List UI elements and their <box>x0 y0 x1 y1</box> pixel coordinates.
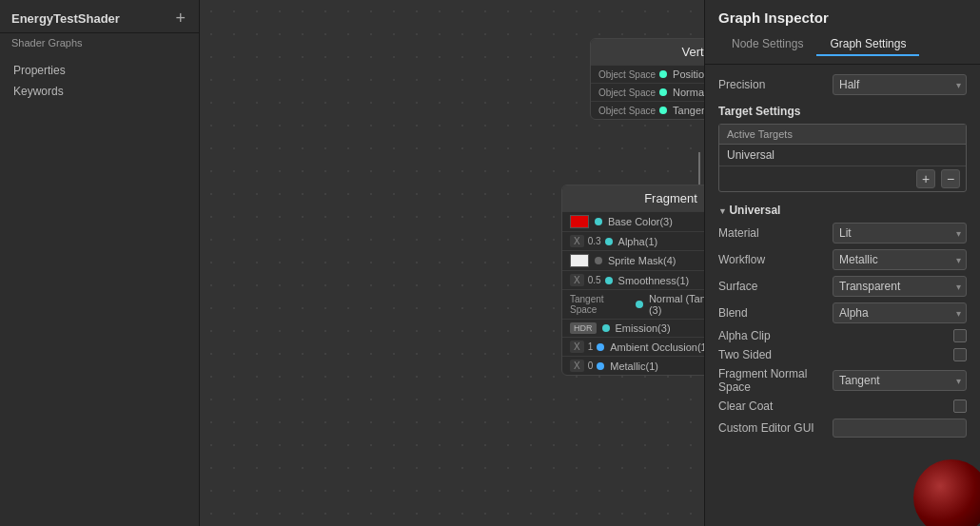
material-field: Material Lit Unlit SpriteLit SpriteUnlit <box>718 223 967 244</box>
precision-field: Precision Half Single Double <box>718 74 967 95</box>
workflow-select[interactable]: Metallic Specular <box>833 249 967 270</box>
sidebar-nav-keywords[interactable]: Keywords <box>0 81 199 102</box>
blend-select[interactable]: Alpha Additive Multiply Premultiply <box>833 302 967 323</box>
inspector-body: Precision Half Single Double Target Sett… <box>705 65 980 453</box>
fragment-row-0: Base Color(3) <box>562 211 704 231</box>
fragment-port-6 <box>597 343 604 351</box>
inspector-title: Graph Inspector <box>718 10 967 26</box>
surface-field: Surface Opaque Transparent <box>718 276 967 297</box>
tab-node-settings[interactable]: Node Settings <box>718 33 816 56</box>
workflow-label: Workflow <box>718 253 833 266</box>
fragment-row-1: X 0.3 Alpha(1) <box>562 231 704 250</box>
preview-sphere <box>913 459 980 526</box>
fragment-normal-field: Fragment Normal Space Tangent World <box>718 367 967 394</box>
fragment-port-7 <box>597 362 604 370</box>
fragment-x-2: X <box>570 341 584 353</box>
clear-coat-label: Clear Coat <box>718 399 953 413</box>
fragment-normal-label: Fragment Normal Space <box>718 367 833 394</box>
surface-select[interactable]: Opaque Transparent <box>833 276 967 297</box>
blend-label: Blend <box>718 306 833 320</box>
fragment-normal-select[interactable]: Tangent World <box>833 370 967 391</box>
vertex-row-label-1: Normal(3) <box>673 87 704 98</box>
two-sided-checkbox[interactable] <box>953 348 967 361</box>
fragment-row-label-1: Alpha(1) <box>618 236 658 247</box>
target-box-actions: + − <box>719 166 966 191</box>
two-sided-field: Two Sided <box>718 348 967 361</box>
active-targets-item[interactable]: Universal <box>719 145 966 166</box>
workflow-dropdown[interactable]: Metallic Specular <box>833 249 967 270</box>
fragment-row-4: Tangent Space Normal (Tangent Space)(3) <box>562 289 704 319</box>
vertex-port-dot-0 <box>659 70 667 78</box>
target-box: Active Targets Universal + − <box>718 124 967 192</box>
alpha-clip-checkbox[interactable] <box>953 329 967 342</box>
custom-editor-input[interactable] <box>833 419 967 438</box>
fragment-row-label-2: Sprite Mask(4) <box>608 255 676 266</box>
fragment-port-1 <box>605 238 613 245</box>
blend-dropdown[interactable]: Alpha Additive Multiply Premultiply <box>833 302 967 323</box>
fragment-node: Fragment Base Color(3) X 0.3 Alpha(1) Sp… <box>561 185 704 376</box>
inspector-header: Graph Inspector Node Settings Graph Sett… <box>705 0 980 65</box>
inspector-panel: Graph Inspector Node Settings Graph Sett… <box>704 0 980 526</box>
target-settings-label: Target Settings <box>718 105 967 118</box>
vertex-node-title: Vertex <box>591 39 704 65</box>
preview-area <box>885 450 980 526</box>
fragment-port-4 <box>636 301 643 308</box>
fragment-port-2 <box>595 257 602 264</box>
precision-dropdown[interactable]: Half Single Double <box>833 74 967 95</box>
fragment-row-6: X 1 Ambient Occlusion(1) <box>562 337 704 356</box>
fragment-smooth-val: 0.5 <box>588 275 601 285</box>
fragment-row-label-0: Base Color(3) <box>608 216 673 227</box>
custom-editor-field: Custom Editor GUI <box>718 419 967 438</box>
fragment-row-7: X 0 Metallic(1) <box>562 356 704 375</box>
vertex-port-dot-2 <box>659 107 667 114</box>
tab-graph-settings[interactable]: Graph Settings <box>816 33 919 56</box>
vertex-port-dot-1 <box>659 88 667 96</box>
fragment-row-3: X 0.5 Smoothness(1) <box>562 270 704 289</box>
precision-label: Precision <box>718 78 833 91</box>
tab-bar: Node Settings Graph Settings <box>718 33 967 56</box>
sidebar-nav: Properties Keywords <box>0 56 199 106</box>
fragment-row-5: HDR Emission(3) <box>562 319 704 337</box>
fragment-base-color-swatch <box>570 215 589 228</box>
vertex-row-2: Object Space Tangent(3) <box>591 101 704 119</box>
alpha-clip-field: Alpha Clip <box>718 329 967 342</box>
sidebar-title: EnergyTestShader <box>11 11 120 26</box>
fragment-row-label-5: Emission(3) <box>616 322 671 334</box>
target-add-button[interactable]: + <box>916 169 935 188</box>
fragment-row-label-7: Metallic(1) <box>610 360 658 372</box>
fragment-port-5 <box>602 324 610 332</box>
fragment-row-2: Sprite Mask(4) <box>562 250 704 270</box>
surface-dropdown[interactable]: Opaque Transparent <box>833 276 967 297</box>
vertex-port-label-0: Object Space <box>598 69 656 80</box>
add-shader-button[interactable]: + <box>173 10 187 27</box>
alpha-clip-label: Alpha Clip <box>718 329 953 342</box>
fragment-metallic-val: 0 <box>588 360 594 371</box>
fragment-tangent-label: Tangent Space <box>570 294 632 315</box>
vertex-row-1: Object Space Normal(3) <box>591 83 704 101</box>
vertex-port-label-2: Object Space <box>598 106 656 116</box>
material-select[interactable]: Lit Unlit SpriteLit SpriteUnlit <box>833 223 967 244</box>
sidebar-nav-properties[interactable]: Properties <box>0 60 199 81</box>
clear-coat-checkbox[interactable] <box>953 399 967 413</box>
fragment-sprite-swatch <box>570 254 589 267</box>
material-dropdown[interactable]: Lit Unlit SpriteLit SpriteUnlit <box>833 223 967 244</box>
surface-label: Surface <box>718 280 833 293</box>
target-remove-button[interactable]: − <box>941 169 960 188</box>
sidebar-header: EnergyTestShader + <box>0 0 199 33</box>
custom-editor-label: Custom Editor GUI <box>718 421 833 435</box>
vertex-row-label-0: Position(3) <box>673 68 704 80</box>
material-label: Material <box>718 226 833 240</box>
vertex-node: Vertex Object Space Position(3) Object S… <box>590 38 704 120</box>
precision-select[interactable]: Half Single Double <box>833 74 967 95</box>
fragment-row-label-4: Normal (Tangent Space)(3) <box>649 293 704 316</box>
vertex-port-label-1: Object Space <box>598 88 656 98</box>
fragment-port-0 <box>595 218 602 225</box>
fragment-normal-dropdown[interactable]: Tangent World <box>833 370 967 391</box>
workflow-field: Workflow Metallic Specular <box>718 249 967 270</box>
fragment-hdr-badge: HDR <box>570 322 597 334</box>
clear-coat-field: Clear Coat <box>718 399 967 413</box>
fragment-row-label-6: Ambient Occlusion(1) <box>610 341 704 353</box>
fragment-port-3 <box>605 277 613 284</box>
fragment-node-title: Fragment <box>562 185 704 211</box>
sidebar: EnergyTestShader + Shader Graphs Propert… <box>0 0 200 526</box>
